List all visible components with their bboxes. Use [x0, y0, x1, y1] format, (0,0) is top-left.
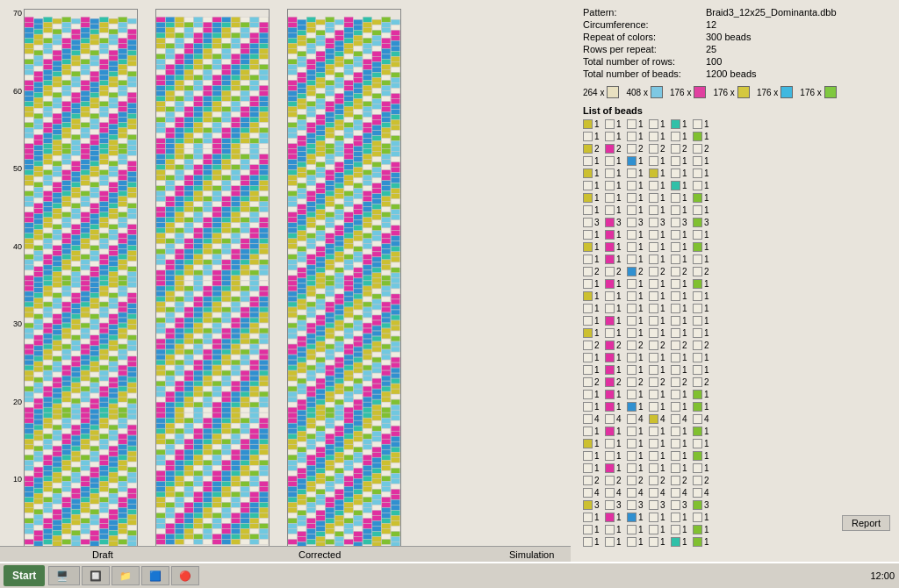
taskbar-item-4[interactable]: 🟦	[141, 566, 169, 585]
svg-rect-1480	[194, 139, 203, 144]
svg-rect-1920	[156, 333, 165, 339]
svg-rect-730	[119, 333, 127, 339]
svg-rect-3197	[334, 368, 343, 373]
svg-rect-3130	[382, 333, 391, 339]
bead-swatch	[649, 230, 658, 240]
svg-rect-1121	[71, 509, 80, 514]
svg-rect-2852	[363, 212, 371, 218]
svg-rect-910	[119, 412, 127, 418]
svg-rect-1451	[259, 123, 268, 128]
svg-rect-2543	[391, 78, 399, 83]
svg-rect-2593	[298, 104, 306, 110]
svg-rect-689	[71, 319, 80, 325]
svg-rect-2295	[184, 497, 193, 502]
bead-swatch	[605, 181, 615, 190]
svg-rect-3534	[344, 513, 353, 519]
svg-rect-2390	[175, 540, 183, 545]
svg-rect-668	[99, 307, 108, 312]
svg-rect-2635	[354, 120, 363, 125]
svg-rect-419	[127, 198, 136, 204]
taskbar-item-2[interactable]: 🔲	[82, 566, 110, 585]
svg-rect-1606	[250, 191, 259, 197]
svg-rect-1697	[203, 233, 212, 239]
svg-rect-690	[81, 318, 90, 323]
svg-rect-1624	[194, 202, 203, 207]
svg-rect-3081	[372, 315, 381, 320]
start-button[interactable]: Start	[4, 565, 45, 586]
svg-rect-1653	[241, 212, 249, 218]
svg-rect-685	[34, 319, 43, 325]
svg-rect-2976	[288, 270, 297, 276]
svg-rect-855	[53, 393, 61, 398]
svg-rect-308	[99, 149, 108, 154]
svg-rect-1737	[241, 249, 249, 255]
taskbar-item-3[interactable]: 📁	[111, 566, 140, 585]
bead-count: 1	[682, 291, 691, 301]
bead-row: 2	[627, 266, 647, 277]
taskbar-item-5[interactable]: 🔴	[171, 566, 199, 585]
svg-rect-3386	[306, 449, 315, 455]
svg-rect-1809	[241, 281, 249, 286]
svg-rect-2498	[306, 59, 315, 64]
svg-rect-1522	[250, 154, 259, 160]
svg-rect-3173	[334, 357, 343, 362]
svg-rect-1870	[250, 307, 259, 312]
svg-rect-1703	[259, 233, 268, 239]
svg-rect-2763	[316, 178, 325, 183]
svg-rect-2974	[382, 265, 391, 270]
svg-rect-3439	[354, 473, 363, 478]
report-button[interactable]: Report	[842, 515, 890, 531]
svg-rect-2461	[298, 46, 306, 51]
svg-rect-2840	[363, 207, 371, 212]
svg-rect-1442	[175, 123, 183, 128]
svg-rect-1545	[241, 165, 249, 170]
svg-rect-1308	[156, 65, 165, 70]
svg-rect-1669	[166, 223, 175, 228]
svg-rect-2353	[166, 524, 175, 529]
svg-rect-991	[90, 451, 99, 456]
svg-rect-488	[99, 228, 108, 233]
svg-rect-2640	[288, 123, 297, 128]
svg-rect-984	[25, 449, 33, 455]
svg-rect-3555	[316, 527, 325, 532]
repeat-value: 300 beads	[706, 32, 751, 42]
svg-rect-104	[99, 59, 108, 64]
svg-rect-2503	[354, 61, 363, 67]
svg-rect-2526	[344, 70, 353, 75]
svg-rect-3054	[344, 302, 353, 307]
taskbar-item-1[interactable]: 🖥️	[48, 566, 80, 585]
svg-rect-842	[43, 386, 52, 391]
svg-rect-782	[43, 360, 52, 365]
svg-rect-1568	[231, 176, 240, 181]
svg-rect-1812	[156, 286, 165, 291]
svg-rect-387	[53, 188, 61, 193]
bead-swatch	[627, 451, 636, 461]
svg-rect-1183	[90, 535, 99, 541]
svg-rect-122	[43, 70, 52, 75]
svg-rect-3298	[382, 407, 391, 412]
svg-rect-2197	[166, 455, 175, 460]
svg-rect-1162	[119, 524, 127, 529]
svg-rect-3505	[298, 506, 306, 511]
total-rows-value: 100	[706, 56, 722, 67]
bead-swatch	[649, 242, 658, 252]
svg-rect-276	[25, 139, 33, 144]
svg-rect-1099	[90, 498, 99, 504]
svg-rect-658	[119, 302, 127, 307]
svg-rect-1266	[212, 43, 221, 48]
svg-rect-2118	[212, 418, 221, 423]
svg-rect-184	[62, 97, 71, 102]
bead-row: 1	[693, 131, 713, 142]
svg-rect-2448	[288, 38, 297, 43]
svg-rect-501	[109, 235, 118, 240]
svg-rect-3313	[298, 420, 306, 426]
svg-rect-2792	[363, 186, 371, 191]
svg-rect-766	[119, 349, 127, 355]
svg-rect-1142	[43, 519, 52, 524]
svg-rect-890	[43, 407, 52, 412]
svg-rect-352	[62, 170, 71, 176]
svg-rect-1516	[194, 154, 203, 160]
bead-row: 1	[605, 290, 625, 302]
svg-rect-259	[90, 129, 99, 134]
svg-rect-1025	[71, 467, 80, 472]
